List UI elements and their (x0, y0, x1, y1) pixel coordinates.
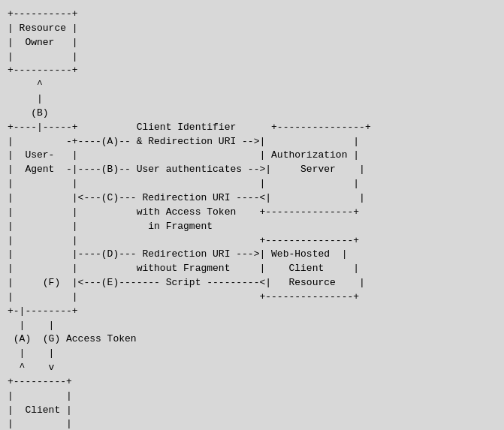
diagram-container: +----------+ | Resource | | Owner | | | … (0, 0, 504, 430)
diagram-content: +----------+ | Resource | | Owner | | | … (8, 8, 496, 430)
